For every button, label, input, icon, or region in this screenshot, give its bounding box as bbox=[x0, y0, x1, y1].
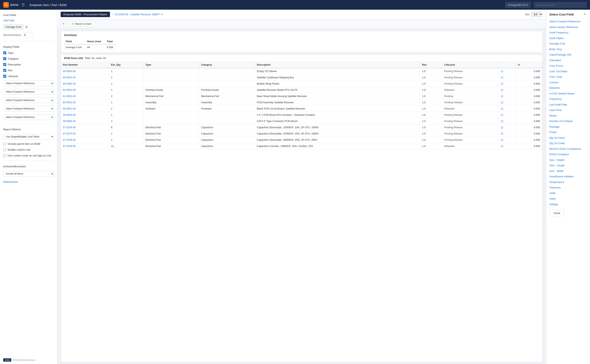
part-link[interactable]: 80-0001-00 bbox=[63, 101, 76, 104]
part-link[interactable]: 39-0004-00 bbox=[63, 114, 76, 116]
col-type[interactable]: Type bbox=[143, 62, 199, 68]
part-link[interactable]: 07-0239-00 bbox=[63, 145, 76, 148]
bom-table-scroll[interactable]: Part Number Ext. Qty Type Category Descr… bbox=[61, 62, 542, 150]
field-item[interactable]: Frequency bbox=[549, 97, 587, 102]
additional-field-2[interactable]: Altium Footprint Reference bbox=[3, 89, 54, 95]
cell-check[interactable]: ☑ bbox=[499, 143, 516, 150]
col-category[interactable]: Category bbox=[199, 62, 255, 68]
cell-type: Finished Goods bbox=[143, 87, 199, 93]
field-item[interactable]: Value bbox=[549, 196, 587, 201]
field-item[interactable]: Dielectric bbox=[549, 85, 587, 91]
field-item[interactable]: Size - Width bbox=[549, 169, 587, 174]
field-item[interactable]: REACH SVHC Compliance bbox=[549, 146, 587, 152]
hamburger-icon[interactable]: ☰ bbox=[22, 3, 25, 7]
field-item[interactable]: Last Audit Date bbox=[549, 102, 587, 107]
field-item[interactable]: Audit Object bbox=[549, 36, 587, 41]
field-item[interactable]: Current bbox=[549, 80, 587, 85]
field-item[interactable]: Cost: US Dollar bbox=[549, 69, 587, 74]
field-item[interactable]: Build / Buy bbox=[549, 47, 587, 52]
search-input[interactable] bbox=[534, 2, 587, 8]
enable-custom-checkbox[interactable] bbox=[3, 148, 6, 151]
rev-select[interactable]: 3.0 bbox=[531, 12, 543, 17]
field-item[interactable]: Size - Height bbox=[549, 157, 587, 163]
field-item[interactable]: Number of Contacts bbox=[549, 119, 587, 124]
additional-field-5[interactable]: Altium Footprint Reference bbox=[3, 114, 54, 120]
field-item[interactable]: Average Cost bbox=[549, 41, 587, 46]
field-item[interactable]: Cost: Yuan bbox=[549, 74, 587, 79]
field-item[interactable]: Voltage bbox=[549, 202, 587, 207]
field-item[interactable]: Audit Frequency bbox=[549, 30, 587, 35]
field-item[interactable]: Lead Time bbox=[549, 108, 587, 113]
changes-ecos-button[interactable]: Changes/ECOs ▾ bbox=[505, 2, 531, 8]
part-link[interactable]: 07-0236-00 bbox=[63, 126, 76, 129]
return-to-item-button[interactable]: ↩ Return to Item bbox=[69, 21, 95, 26]
panel-close-button[interactable]: Close bbox=[549, 210, 564, 216]
right-panel-close-button[interactable]: × bbox=[583, 12, 587, 17]
lifecycle-checkbox[interactable] bbox=[3, 75, 6, 78]
cost-fields-select[interactable]: Use Single/Multiple Cost Fields bbox=[3, 134, 54, 140]
delete-cost-field-icon[interactable]: 🗑 bbox=[25, 25, 28, 29]
field-item[interactable]: SmartHome Initiative bbox=[549, 174, 587, 179]
col-rev[interactable]: Rev bbox=[420, 62, 442, 68]
field-item[interactable]: Model bbox=[549, 113, 587, 118]
field-item[interactable]: Power bbox=[549, 130, 587, 135]
field-item[interactable]: Case/Package (SI) bbox=[549, 52, 587, 57]
part-link[interactable]: 39-0005-00 bbox=[63, 120, 76, 123]
col-lifecycle[interactable]: Lifecycle bbox=[442, 62, 499, 68]
category-checkbox[interactable] bbox=[3, 57, 6, 60]
part-link[interactable]: 61-0001-00 bbox=[63, 95, 76, 98]
cell-check[interactable]: ☑ bbox=[499, 118, 516, 124]
field-item[interactable]: Classified bbox=[549, 58, 587, 63]
decimal-input[interactable] bbox=[23, 32, 33, 37]
cell-check[interactable]: ☑ bbox=[499, 74, 516, 81]
field-item[interactable]: e-CAD Symbol Name bbox=[549, 91, 587, 96]
field-item[interactable]: Qty On Hand bbox=[549, 135, 587, 141]
additional-field-4[interactable]: Altium Footprint Reference bbox=[3, 106, 54, 111]
add-field-link[interactable]: Add Field bbox=[3, 19, 54, 22]
cell-check[interactable]: ☑ bbox=[499, 124, 516, 131]
field-item[interactable]: Altium Footprint Reference bbox=[549, 19, 587, 24]
part-link[interactable]: 60-0003-00 bbox=[63, 70, 76, 73]
bom-item-link[interactable]: 01-0000-00 - Satellite Receiver X898™ bbox=[115, 13, 160, 16]
refresh-button[interactable]: ↻ bbox=[61, 21, 67, 26]
field-item[interactable]: Size - Length bbox=[549, 163, 587, 168]
part-link[interactable]: 50-0001-00 bbox=[63, 107, 76, 110]
field-item[interactable]: Temperature bbox=[549, 180, 587, 185]
field-item[interactable]: Altium Library Reference bbox=[549, 25, 587, 30]
field-item[interactable]: RoHS Compliant bbox=[549, 152, 587, 157]
cell-check[interactable]: ☑ bbox=[499, 137, 516, 143]
cell-check[interactable]: ☑ bbox=[499, 93, 516, 99]
col-description[interactable]: Description bbox=[255, 62, 420, 68]
cell-check[interactable]: ☑ bbox=[499, 131, 516, 137]
cell-check[interactable]: ☑ bbox=[499, 81, 516, 87]
field-item[interactable]: UOM bbox=[549, 191, 587, 196]
col-ext-qty[interactable]: Ext. Qty bbox=[109, 62, 143, 68]
rev-checkbox[interactable] bbox=[3, 69, 6, 72]
additional-field-3[interactable]: Altium Footprint Reference bbox=[3, 98, 54, 103]
cell-check[interactable]: ☑ bbox=[499, 150, 516, 151]
field-item[interactable]: Cost: Euros bbox=[549, 63, 587, 68]
cell-check[interactable]: ☑ bbox=[499, 68, 516, 74]
field-item[interactable]: Tolerance bbox=[549, 185, 587, 190]
part-link[interactable]: 07-0238-00 bbox=[63, 138, 76, 141]
col-cost[interactable]: A bbox=[516, 62, 542, 68]
part-link[interactable]: 82-0001-00 bbox=[63, 89, 76, 91]
field-item[interactable]: Package bbox=[549, 124, 587, 130]
use-custom-costs-checkbox[interactable] bbox=[3, 154, 6, 157]
cell-check[interactable]: ☑ bbox=[499, 112, 516, 118]
bom-tab[interactable]: Empower BOM - Procurement Report bbox=[61, 12, 110, 17]
additional-field-1[interactable]: Altium Footprint Reference bbox=[3, 81, 54, 86]
refresh-run-link[interactable]: Refresh/Run bbox=[3, 180, 54, 183]
cell-check[interactable]: ☑ bbox=[499, 106, 516, 112]
part-link[interactable]: 07-0237-00 bbox=[63, 132, 76, 135]
field-item[interactable]: Qty On Order bbox=[549, 141, 587, 146]
part-link[interactable]: 60-0001-00 bbox=[63, 76, 76, 79]
description-checkbox[interactable] bbox=[3, 63, 6, 66]
type-checkbox[interactable] bbox=[3, 51, 6, 54]
include-parent-checkbox[interactable] bbox=[3, 143, 6, 145]
part-link[interactable]: 60-0002-00 bbox=[63, 82, 76, 85]
inclusion-select[interactable]: Include all items bbox=[3, 171, 54, 176]
cell-check[interactable]: ☑ bbox=[499, 87, 516, 93]
cell-check[interactable]: ☑ bbox=[499, 99, 516, 106]
col-part-number[interactable]: Part Number bbox=[61, 62, 109, 68]
